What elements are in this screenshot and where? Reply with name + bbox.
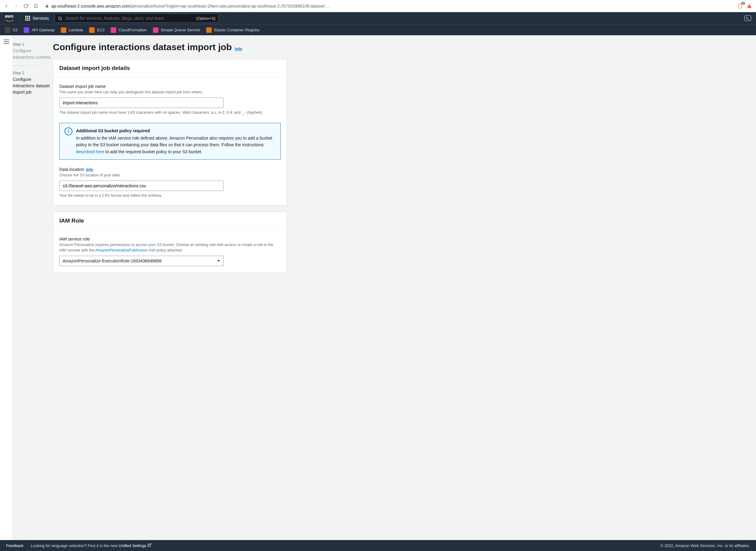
panel-title: Dataset import job details: [59, 65, 281, 71]
iam-role-group: IAM service role Amazon Personalize requ…: [59, 236, 281, 266]
forward-button[interactable]: [13, 3, 19, 9]
aws-smile-icon: [5, 19, 14, 22]
step-nav: Step 1 Configure interactions schema Ste…: [13, 35, 53, 540]
alert-body: In addition to the IAM service role defi…: [76, 135, 275, 155]
browser-chrome: ap-southeast-2.console.aws.amazon.com/pe…: [0, 0, 756, 12]
url-text: ap-southeast-2.console.aws.amazon.com/pe…: [51, 4, 730, 9]
alert-title: Additional S3 bucket policy required: [76, 127, 275, 134]
data-location-constraint: Your file needs to be in a CSV format an…: [59, 193, 281, 198]
brave-logo-icon[interactable]: [746, 3, 752, 9]
services-label: Services: [33, 16, 49, 21]
brave-shields-icon[interactable]: 2: [737, 3, 743, 9]
step-number: Step 1: [13, 42, 53, 46]
svg-rect-0: [46, 6, 48, 7]
search-input[interactable]: [65, 16, 193, 21]
url-bar[interactable]: ap-southeast-2.console.aws.amazon.com/pe…: [43, 4, 733, 9]
policy-link[interactable]: AmazonPersonalizeFullAccess: [95, 248, 147, 252]
step-title: Configure interactions dataset import jo…: [13, 76, 53, 95]
shortcut-ec2[interactable]: EC2: [89, 27, 105, 33]
step-number: Step 2: [13, 71, 53, 75]
shortcut-cloudformation[interactable]: CloudFormation: [111, 27, 147, 33]
iam-role-value: AmazonPersonalize-ExecutionRole-16534368…: [59, 256, 223, 266]
aws-topnav: aws Services [Option+S]: [0, 12, 756, 24]
shortcut-label: S3: [13, 28, 18, 32]
data-location-group: Data location Info Choose the S3 locatio…: [59, 167, 281, 198]
data-location-label: Data location: [59, 167, 84, 172]
service-icon: [206, 27, 212, 33]
shortcut-label: Simple Queue Service: [161, 28, 200, 32]
step-2: Step 2 Configure interactions dataset im…: [13, 71, 53, 100]
s3-policy-alert: i Additional S3 bucket policy required I…: [59, 123, 281, 160]
shortcut-elastic-container-registry[interactable]: Elastic Container Registry: [206, 27, 260, 33]
iam-role-label: IAM service role: [59, 236, 281, 241]
iam-role-select[interactable]: AmazonPersonalize-ExecutionRole-16534368…: [59, 256, 223, 266]
reload-button[interactable]: [23, 3, 29, 9]
dataset-import-panel: Dataset import job details Dataset impor…: [53, 59, 287, 205]
job-name-constraint: The dataset import job name must have 1-…: [59, 110, 281, 115]
svg-marker-1: [747, 4, 752, 8]
job-name-label: Dataset import job name: [59, 84, 281, 89]
grid-icon: [25, 16, 30, 21]
bookmark-button[interactable]: [33, 3, 38, 9]
shortcuts-bar: S3API GatewayLambdaEC2CloudFormationSimp…: [0, 24, 756, 35]
shortcut-label: Lambda: [69, 28, 83, 32]
service-icon: [89, 27, 95, 33]
main-content: Configure interactions dataset import jo…: [53, 35, 287, 540]
iam-role-desc: Amazon Personalize requires permissions …: [59, 242, 281, 253]
info-icon: i: [64, 127, 72, 135]
shortcut-label: API Gateway: [32, 28, 55, 32]
service-icon: [61, 27, 66, 33]
search-hint: [Option+S]: [196, 16, 215, 21]
page-heading: Configure interactions dataset import jo…: [53, 42, 287, 52]
shortcut-s3[interactable]: S3: [5, 27, 18, 33]
panel-header: IAM Role: [53, 212, 287, 230]
browser-extensions: 2: [737, 3, 752, 9]
service-icon: [111, 27, 116, 33]
shortcut-api-gateway[interactable]: API Gateway: [24, 27, 55, 33]
step-title: Configure interactions schema: [13, 48, 53, 60]
search-box[interactable]: [Option+S]: [54, 14, 219, 23]
step-1[interactable]: Step 1 Configure interactions schema: [13, 42, 53, 65]
shortcut-lambda[interactable]: Lambda: [61, 27, 83, 33]
shortcut-label: EC2: [97, 28, 105, 32]
shortcut-simple-queue-service[interactable]: Simple Queue Service: [153, 27, 200, 33]
search-icon: [58, 16, 62, 21]
page-title: Configure interactions dataset import jo…: [53, 42, 232, 52]
shortcut-label: CloudFormation: [119, 28, 147, 32]
job-name-desc: The name you enter here can help you dis…: [59, 89, 281, 95]
job-name-group: Dataset import job name The name you ent…: [59, 84, 281, 115]
service-icon: [5, 27, 10, 33]
services-button[interactable]: Services: [25, 16, 49, 21]
data-location-input[interactable]: [59, 181, 223, 191]
data-location-desc: Choose the S3 location of your data.: [59, 172, 281, 178]
shortcut-label: Elastic Container Registry: [214, 28, 260, 32]
info-link[interactable]: Info: [235, 46, 242, 51]
shields-badge: 2: [741, 2, 745, 5]
aws-logo[interactable]: aws: [5, 13, 14, 23]
svg-point-3: [58, 17, 61, 19]
divider: [19, 15, 20, 22]
panel-header: Dataset import job details: [53, 59, 287, 77]
divider: [13, 65, 43, 66]
sidebar-toggle[interactable]: [4, 40, 9, 44]
service-icon: [153, 27, 158, 33]
cloudshell-button[interactable]: [744, 15, 751, 21]
lock-icon: [45, 4, 49, 8]
job-name-input[interactable]: [59, 98, 223, 108]
data-location-info-link[interactable]: Info: [86, 167, 93, 172]
iam-role-panel: IAM Role IAM service role Amazon Persona…: [53, 212, 287, 273]
service-icon: [24, 27, 29, 33]
described-here-link[interactable]: described here: [76, 149, 104, 154]
panel-title: IAM Role: [59, 217, 281, 224]
left-rail: [0, 35, 13, 540]
svg-line-4: [61, 19, 62, 20]
back-button[interactable]: [4, 3, 9, 9]
